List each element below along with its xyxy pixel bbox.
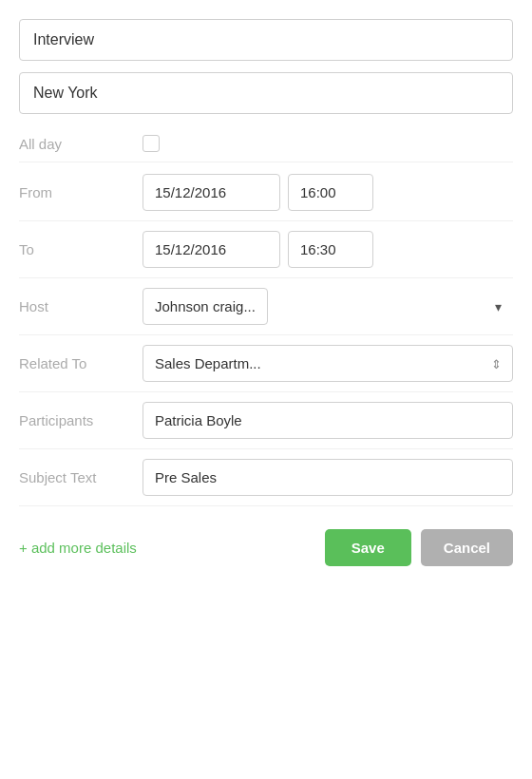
add-more-link[interactable]: + add more details <box>19 540 137 556</box>
related-to-select[interactable]: Sales Departm... <box>142 345 513 382</box>
subject-text-row: Subject Text <box>19 449 513 506</box>
allday-checkbox[interactable] <box>142 135 160 152</box>
host-select[interactable]: Johnson craig... <box>142 288 268 325</box>
footer-row: + add more details Save Cancel <box>19 512 513 566</box>
host-select-wrapper: Johnson craig... <box>142 288 513 325</box>
allday-row: All day <box>19 125 513 162</box>
location-input[interactable] <box>19 72 513 114</box>
participants-input[interactable] <box>142 402 513 439</box>
to-fields <box>142 231 513 268</box>
from-fields <box>142 174 513 211</box>
to-row: To <box>19 221 513 278</box>
related-to-label: Related To <box>19 355 142 371</box>
host-row: Host Johnson craig... <box>19 278 513 335</box>
event-form: All day From To Host Johnson craig... Re… <box>19 19 513 566</box>
from-row: From <box>19 164 513 221</box>
from-time-input[interactable] <box>288 174 373 211</box>
participants-row: Participants <box>19 392 513 449</box>
to-date-input[interactable] <box>142 231 280 268</box>
footer-buttons: Save Cancel <box>325 529 513 566</box>
host-label: Host <box>19 298 142 314</box>
save-button[interactable]: Save <box>325 529 411 566</box>
subject-text-input[interactable] <box>142 459 513 496</box>
participants-label: Participants <box>19 412 142 428</box>
title-input[interactable] <box>19 19 513 61</box>
cancel-button[interactable]: Cancel <box>421 529 513 566</box>
from-date-input[interactable] <box>142 174 280 211</box>
to-label: To <box>19 241 142 257</box>
related-select-wrapper: Sales Departm... <box>142 345 513 382</box>
subject-text-label: Subject Text <box>19 469 142 485</box>
allday-label: All day <box>19 136 142 152</box>
to-time-input[interactable] <box>288 231 373 268</box>
from-label: From <box>19 184 142 200</box>
related-to-row: Related To Sales Departm... <box>19 335 513 392</box>
